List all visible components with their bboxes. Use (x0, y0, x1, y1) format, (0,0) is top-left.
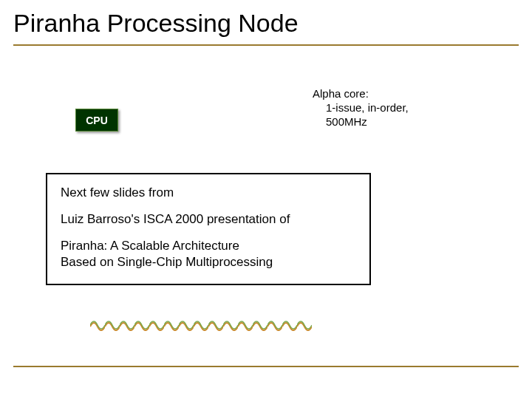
alpha-core-line2: 1-issue, in-order, (313, 101, 409, 115)
attribution-title-b: Based on Single-Chip Multiprocessing (61, 255, 273, 269)
footer-line (13, 366, 519, 367)
attribution-line1: Next few slides from (61, 185, 356, 201)
alpha-core-line1: Alpha core: (313, 87, 409, 101)
decorative-wavy-strip (90, 318, 312, 331)
cpu-block: CPU (75, 109, 118, 132)
title-underline (13, 44, 519, 46)
alpha-core-spec: Alpha core: 1-issue, in-order, 500MHz (313, 87, 409, 129)
alpha-core-line3: 500MHz (313, 115, 409, 129)
cpu-label: CPU (86, 115, 108, 126)
svg-rect-0 (90, 318, 312, 331)
attribution-box: Next few slides from Luiz Barroso's ISCA… (46, 173, 371, 285)
slide-title: Piranha Processing Node (13, 9, 299, 38)
attribution-line2: Luiz Barroso's ISCA 2000 presentation of (61, 211, 356, 228)
attribution-line3: Piranha: A Scalable Architecture Based o… (61, 238, 356, 270)
attribution-title-a: Piranha: A Scalable Architecture (61, 239, 239, 253)
